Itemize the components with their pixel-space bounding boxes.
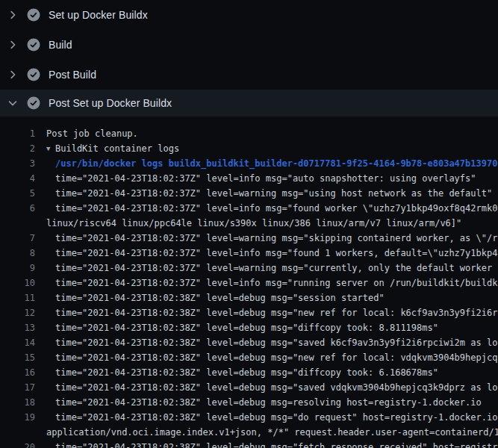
- log-line-content[interactable]: ▼BuildKit container logs: [35, 141, 498, 156]
- log-line-number[interactable]: 12: [0, 305, 35, 320]
- step-label: Post Build: [49, 69, 96, 81]
- log-line-number[interactable]: 14: [0, 335, 35, 350]
- chevron-right-icon: [7, 39, 19, 51]
- log-line-text: time="2021-04-23T18:02:37Z" level=info m…: [55, 248, 498, 258]
- log-line: 14time="2021-04-23T18:02:38Z" level=debu…: [0, 335, 498, 350]
- log-line-number[interactable]: 6: [0, 201, 35, 216]
- log-line-content: time="2021-04-23T18:02:38Z" level=debug …: [35, 290, 498, 305]
- log-line-content: time="2021-04-23T18:02:38Z" level=debug …: [35, 410, 498, 425]
- log-line-number[interactable]: 13: [0, 320, 35, 335]
- log-line-text: time="2021-04-23T18:02:38Z" level=debug …: [55, 337, 498, 348]
- log-line-content: time="2021-04-23T18:02:37Z" level=info m…: [35, 276, 498, 290]
- log-line-number: [0, 425, 35, 440]
- group-collapse-icon[interactable]: ▼: [46, 141, 55, 156]
- log-line-text: time="2021-04-23T18:02:37Z" level=info m…: [55, 173, 476, 184]
- log-line-content: time="2021-04-23T18:02:37Z" level=warnin…: [35, 231, 498, 246]
- log-line-content: time="2021-04-23T18:02:38Z" level=debug …: [35, 350, 498, 365]
- log-line: 13time="2021-04-23T18:02:38Z" level=debu…: [0, 320, 498, 335]
- log-line-number[interactable]: 11: [0, 290, 35, 305]
- log-line: 7time="2021-04-23T18:02:37Z" level=warni…: [0, 231, 498, 246]
- step-row-post-set-up-docker-buildx[interactable]: Post Set up Docker Buildx: [0, 90, 498, 116]
- log-line-number[interactable]: 3: [0, 156, 35, 171]
- log-line-number[interactable]: 19: [0, 410, 35, 425]
- log-line: 3/usr/bin/docker logs buildx_buildkit_bu…: [0, 156, 498, 171]
- log-line-number[interactable]: 20: [0, 440, 35, 448]
- log-line-number[interactable]: 10: [0, 276, 35, 290]
- log-line: 2▼BuildKit container logs: [0, 141, 498, 156]
- chevron-right-icon: [7, 9, 19, 21]
- log-line-content: time="2021-04-23T18:02:38Z" level=debug …: [35, 440, 498, 448]
- log-line-content: time="2021-04-23T18:02:38Z" level=debug …: [35, 320, 498, 335]
- log-line-number[interactable]: 9: [0, 261, 35, 276]
- step-label: Set up Docker Buildx: [49, 9, 148, 21]
- step-row-post-build[interactable]: Post Build: [0, 60, 498, 90]
- log-line-text: linux/riscv64 linux/ppc64le linux/s390x …: [46, 218, 461, 228]
- step-row-set-up-docker-buildx[interactable]: Set up Docker Buildx: [0, 0, 498, 30]
- log-line-number[interactable]: 5: [0, 186, 35, 201]
- log-line-number[interactable]: 18: [0, 395, 35, 410]
- log-line-content: time="2021-04-23T18:02:37Z" level=warnin…: [35, 186, 498, 201]
- log-area: 1Post job cleanup.2▼BuildKit container l…: [0, 116, 498, 448]
- log-line-number[interactable]: 1: [0, 126, 35, 141]
- log-line: 10time="2021-04-23T18:02:37Z" level=info…: [0, 276, 498, 290]
- log-command-text: /usr/bin/docker logs buildx_buildkit_bui…: [55, 158, 497, 169]
- chevron-down-icon: [7, 97, 19, 109]
- log-line-text: time="2021-04-23T18:02:37Z" level=warnin…: [55, 263, 498, 273]
- log-line-content: time="2021-04-23T18:02:38Z" level=debug …: [35, 380, 498, 395]
- log-line-text: time="2021-04-23T18:02:38Z" level=debug …: [55, 352, 498, 363]
- log-line-text: time="2021-04-23T18:02:38Z" level=debug …: [55, 323, 438, 333]
- log-line-content: time="2021-04-23T18:02:37Z" level=info m…: [35, 201, 498, 216]
- log-line-text: time="2021-04-23T18:02:38Z" level=debug …: [55, 308, 498, 318]
- log-line-text: time="2021-04-23T18:02:37Z" level=info m…: [55, 203, 498, 214]
- log-line-text: BuildKit container logs: [55, 143, 179, 154]
- log-line-content: application/vnd.oci.image.index.v1+json,…: [35, 425, 498, 440]
- log-line-number: [0, 216, 35, 231]
- log-line-content: Post job cleanup.: [35, 126, 498, 141]
- log-line-content: time="2021-04-23T18:02:38Z" level=debug …: [35, 395, 498, 410]
- log-line-text: time="2021-04-23T18:02:38Z" level=debug …: [55, 397, 482, 408]
- log-line: 9time="2021-04-23T18:02:37Z" level=warni…: [0, 261, 498, 276]
- log-line-content: time="2021-04-23T18:02:37Z" level=info m…: [35, 171, 498, 186]
- actions-log-viewer: Set up Docker BuildxBuildPost BuildPost …: [0, 0, 498, 448]
- log-line: 4time="2021-04-23T18:02:37Z" level=info …: [0, 171, 498, 186]
- log-line-number[interactable]: 4: [0, 171, 35, 186]
- log-line-text: time="2021-04-23T18:02:37Z" level=warnin…: [55, 188, 492, 199]
- log-line: 19time="2021-04-23T18:02:38Z" level=debu…: [0, 410, 498, 425]
- steps-list: Set up Docker BuildxBuildPost BuildPost …: [0, 0, 498, 116]
- log-line-text: time="2021-04-23T18:02:38Z" level=debug …: [55, 293, 385, 303]
- log-line-text: time="2021-04-23T18:02:37Z" level=info m…: [55, 278, 498, 288]
- log-line-text: Post job cleanup.: [46, 128, 138, 139]
- step-row-build[interactable]: Build: [0, 30, 498, 60]
- log-line: 5time="2021-04-23T18:02:37Z" level=warni…: [0, 186, 498, 201]
- log-line-number[interactable]: 2: [0, 141, 35, 156]
- log-line-content: time="2021-04-23T18:02:38Z" level=debug …: [35, 365, 498, 380]
- log-line: 6time="2021-04-23T18:02:37Z" level=info …: [0, 201, 498, 216]
- log-line-number[interactable]: 8: [0, 246, 35, 261]
- log-line-content: /usr/bin/docker logs buildx_buildkit_bui…: [35, 156, 498, 171]
- log-line: 8time="2021-04-23T18:02:37Z" level=info …: [0, 246, 498, 261]
- log-line: 11time="2021-04-23T18:02:38Z" level=debu…: [0, 290, 498, 305]
- log-line-content: linux/riscv64 linux/ppc64le linux/s390x …: [35, 216, 498, 231]
- log-line-number[interactable]: 7: [0, 231, 35, 246]
- chevron-right-icon: [7, 69, 19, 81]
- log-line-content: time="2021-04-23T18:02:37Z" level=info m…: [35, 246, 498, 261]
- check-circle-icon: [27, 68, 40, 81]
- log-line: 15time="2021-04-23T18:02:38Z" level=debu…: [0, 350, 498, 365]
- check-circle-icon: [27, 8, 40, 22]
- log-line-number[interactable]: 17: [0, 380, 35, 395]
- log-line: 16time="2021-04-23T18:02:38Z" level=debu…: [0, 365, 498, 380]
- log-line-content: time="2021-04-23T18:02:37Z" level=warnin…: [35, 261, 498, 276]
- log-line: 17time="2021-04-23T18:02:38Z" level=debu…: [0, 380, 498, 395]
- log-line-text: application/vnd.oci.image.index.v1+json,…: [46, 427, 498, 438]
- log-line-number[interactable]: 16: [0, 365, 35, 380]
- log-line: 18time="2021-04-23T18:02:38Z" level=debu…: [0, 395, 498, 410]
- step-label: Post Set up Docker Buildx: [49, 97, 172, 109]
- log-line: 20time="2021-04-23T18:02:38Z" level=debu…: [0, 440, 498, 448]
- log-line-text: time="2021-04-23T18:02:38Z" level=debug …: [55, 382, 498, 393]
- log-line-content: time="2021-04-23T18:02:38Z" level=debug …: [35, 305, 498, 320]
- log-line-text: time="2021-04-23T18:02:38Z" level=debug …: [55, 412, 498, 423]
- log-line-text: time="2021-04-23T18:02:38Z" level=debug …: [55, 442, 498, 448]
- log-line: linux/riscv64 linux/ppc64le linux/s390x …: [0, 216, 498, 231]
- log-line-number[interactable]: 15: [0, 350, 35, 365]
- check-circle-icon: [27, 96, 40, 110]
